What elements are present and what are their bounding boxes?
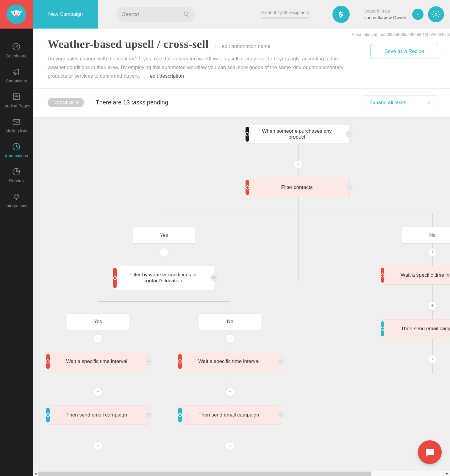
search-icon (183, 11, 190, 18)
trigger-node[interactable]: When someone purchases any product − (247, 125, 350, 144)
branch-yes[interactable]: Yes (67, 313, 129, 330)
billing-button[interactable] (332, 6, 350, 23)
topbar: New Campaign Search 0 out of 1,000 recip… (33, 0, 450, 29)
branch-no[interactable]: No (199, 313, 261, 330)
collapse-icon[interactable]: − (346, 131, 353, 138)
add-step-button[interactable]: + (226, 441, 235, 450)
add-step-button[interactable]: + (93, 334, 102, 343)
collapse-icon[interactable]: − (277, 358, 284, 365)
horizontal-scrollbar[interactable]: ◀ ▶ (33, 471, 450, 476)
nav-automations[interactable]: Automations (0, 137, 33, 162)
gauge-icon (11, 42, 21, 52)
chevron-down-icon (415, 12, 420, 17)
dollar-icon (337, 10, 345, 18)
add-step-button[interactable]: + (294, 160, 303, 169)
search-input[interactable]: Search (116, 7, 195, 22)
nav-landing[interactable]: Landing Pages (0, 87, 33, 112)
add-step-button[interactable]: + (428, 355, 437, 364)
svg-point-1 (18, 12, 19, 14)
gear-icon (432, 10, 440, 18)
nav-label: Automations (5, 154, 28, 158)
nav-label: Campaigns (6, 79, 27, 83)
login-info: Logged in as contentkapow Owner (364, 8, 406, 21)
search-placeholder: Search (122, 11, 139, 18)
email-node[interactable]: Then send email campaign − (382, 319, 450, 338)
sidebar: Dashboard Campaigns Landing Pages Mailin… (0, 0, 33, 476)
nav-campaigns[interactable]: Campaigns (0, 62, 33, 87)
logo[interactable] (0, 0, 33, 29)
nav-label: Dashboard (6, 54, 27, 58)
clock-icon (11, 142, 21, 152)
nav-mailing[interactable]: Mailing lists (0, 112, 33, 137)
branch-yes[interactable]: Yes (133, 227, 195, 244)
nav-label: Mailing lists (6, 129, 27, 133)
scroll-right-icon[interactable]: ▶ (445, 472, 450, 475)
save-recipe-button[interactable]: Save as a Recipe (371, 44, 438, 59)
edit-description-link[interactable]: edit description (150, 73, 184, 79)
automation-id: Automation Id: bd5d35546d6a48f8b6612bb2e… (351, 32, 450, 37)
node-label: Filter contacts (281, 184, 313, 190)
svg-rect-5 (13, 120, 20, 124)
collapse-icon[interactable]: − (346, 184, 353, 191)
add-step-button[interactable]: + (93, 388, 102, 397)
cow-logo-icon (10, 8, 22, 20)
filter-weather-node[interactable]: Filter by weather conditions in contact'… (115, 266, 214, 290)
scrollbar-thumb[interactable] (38, 472, 371, 476)
email-node[interactable]: Then send email campaign − (180, 405, 281, 425)
collapse-icon[interactable]: − (145, 411, 152, 419)
megaphone-icon (11, 67, 21, 77)
scroll-left-icon[interactable]: ◀ (33, 472, 38, 475)
collapse-icon[interactable]: − (210, 274, 218, 281)
branch-no[interactable]: No (401, 227, 450, 244)
settings-button[interactable] (428, 6, 444, 22)
nav-label: Reports (9, 178, 24, 183)
chevron-down-icon: ▼ (427, 101, 431, 105)
nav-label: Landing Pages (2, 104, 30, 108)
piechart-icon (11, 167, 21, 177)
node-label: Wait a specific time interval (401, 272, 450, 278)
node-label: Then send email campaign (401, 326, 450, 332)
svg-point-0 (14, 12, 15, 14)
add-step-button[interactable]: + (160, 248, 168, 257)
svg-point-8 (435, 13, 437, 15)
automation-header: Automation Id: bd5d35546d6a48f8b6612bb2e… (33, 29, 450, 89)
node-label: Wait a specific time interval (198, 358, 259, 364)
dropdown-button[interactable] (412, 9, 424, 20)
envelope-icon (11, 117, 21, 127)
email-node[interactable]: Then send email campaign − (48, 405, 149, 425)
expand-tasks-button[interactable]: Expand all tasks ▼ (362, 95, 438, 110)
node-label: Wait a specific time interval (66, 358, 127, 364)
newspaper-icon (11, 92, 21, 102)
wait-node[interactable]: Wait a specific time interval − (48, 352, 149, 371)
wait-node[interactable]: Wait a specific time interval − (180, 352, 281, 371)
page-title: Weather-based upsell / cross-sell (48, 37, 209, 51)
nav-reports[interactable]: Reports (0, 162, 33, 187)
chat-button[interactable] (418, 440, 442, 464)
add-step-button[interactable]: + (226, 334, 235, 343)
automation-description: Do your sales change with the weather? I… (48, 55, 348, 81)
svg-point-7 (184, 12, 188, 16)
collapse-icon[interactable]: − (145, 358, 152, 365)
chat-icon (424, 447, 435, 458)
node-label: Then send email campaign (66, 412, 127, 418)
new-campaign-button[interactable]: New Campaign (33, 0, 98, 29)
add-step-button[interactable]: + (428, 248, 437, 257)
recipients-counter: 0 out of 1,000 recipients (261, 10, 309, 19)
add-step-button[interactable]: + (93, 441, 102, 450)
workflow-canvas[interactable]: When someone purchases any product − + F… (33, 117, 450, 476)
nav-label: Integrations (5, 203, 27, 208)
add-step-button[interactable]: + (428, 301, 437, 310)
edit-name-link[interactable]: edit automation name (222, 43, 271, 49)
collapse-icon[interactable]: − (277, 411, 284, 419)
plug-icon (11, 192, 21, 202)
nav-integrations[interactable]: Integrations (0, 187, 33, 212)
wait-node[interactable]: Wait a specific time interval − (382, 266, 450, 285)
tasks-bar: INCOMPLETE There are 13 tasks pending Ex… (33, 89, 450, 117)
node-label: Filter by weather conditions in contact'… (124, 272, 202, 284)
filter-node[interactable]: Filter contacts − (247, 178, 350, 197)
add-step-button[interactable]: + (226, 388, 235, 397)
nav-dashboard[interactable]: Dashboard (0, 37, 33, 62)
tasks-pending-text: There are 13 tasks pending (96, 99, 168, 106)
svg-point-2 (15, 14, 18, 17)
status-badge: INCOMPLETE (48, 98, 84, 107)
